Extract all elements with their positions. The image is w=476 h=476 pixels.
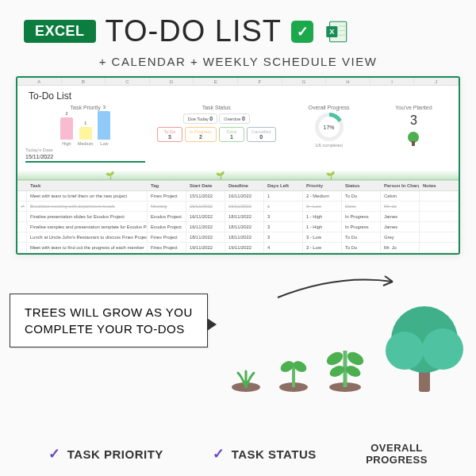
progress-title: Overall Progress — [287, 105, 370, 110]
planted-count: 3 — [377, 113, 451, 128]
priority-chart: 2High1Medium3Low — [25, 113, 145, 146]
status-title: Task Status — [152, 105, 281, 110]
spreadsheet-screenshot: ABCDEFGHIJ To-Do List Task Priority 2Hig… — [16, 76, 460, 255]
sheet-title: To-Do List — [17, 86, 459, 103]
callout-banner: TREES WILL GROW AS YOU COMPLETE YOUR TO-… — [10, 294, 208, 347]
svg-point-19 — [386, 332, 424, 370]
svg-point-14 — [345, 349, 366, 367]
check-icon: ✓ — [48, 445, 61, 463]
svg-point-6 — [408, 132, 419, 143]
table-body: Meet with team to brief them on the new … — [17, 191, 459, 253]
priority-title: Task Priority — [25, 105, 145, 110]
page-title: TO-DO LIST — [106, 14, 282, 48]
arrow-icon — [274, 270, 401, 301]
column-letters: ABCDEFGHIJ — [17, 78, 459, 86]
feature-priority: ✓TASK PRIORITY — [48, 442, 163, 466]
subtitle: + CALENDAR + WEEKLY SCHEDULE VIEW — [0, 55, 476, 68]
feature-progress: OVERALLPROGRESS — [366, 442, 428, 466]
check-icon: ✓ — [291, 21, 313, 43]
table-header: TaskTagStart DateDeadlineDays LeftPriori… — [17, 180, 459, 191]
check-icon: ✓ — [213, 445, 225, 463]
status-boxes: Due Today 0Overdue 0 To-Do3In Progress2D… — [152, 113, 281, 142]
today-value: 15/11/2022 — [25, 152, 145, 163]
progress-donut: 17% — [315, 113, 344, 141]
plants-illustration — [222, 301, 468, 397]
svg-point-20 — [422, 328, 463, 370]
grass-strip: 🌱 🌱 🌱 — [17, 167, 459, 180]
planted-title: You've Planted — [377, 105, 451, 110]
feature-status: ✓TASK STATUS — [213, 442, 317, 466]
tree-icon — [405, 131, 421, 147]
progress-sub: 1/6 completed — [287, 143, 370, 148]
svg-point-13 — [324, 349, 345, 367]
excel-badge: EXCEL — [24, 20, 96, 43]
svg-text:X: X — [329, 27, 335, 35]
excel-app-icon: X — [323, 18, 350, 45]
feature-row: ✓TASK PRIORITY ✓TASK STATUS OVERALLPROGR… — [0, 442, 476, 466]
svg-rect-7 — [412, 141, 415, 146]
